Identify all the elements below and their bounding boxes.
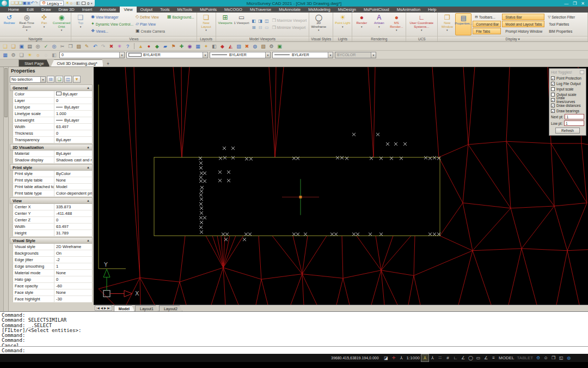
- ms-tool-icon[interactable]: ◆: [219, 43, 226, 50]
- linetype-combo[interactable]: BYLAYER▾: [210, 52, 271, 58]
- pickadd-toggle-icon[interactable]: ⊟: [47, 76, 54, 83]
- input-scale-checkbox[interactable]: Input scale: [551, 86, 584, 92]
- otrack-toggle[interactable]: ▭: [475, 354, 482, 361]
- next-tab-button[interactable]: ▶: [104, 306, 106, 310]
- bim-properties-toggle[interactable]: BIM Properties: [546, 28, 577, 34]
- tab-edit[interactable]: Edit: [23, 7, 38, 13]
- layer-thaw-icon[interactable]: ◌: [42, 51, 50, 58]
- define-view-button[interactable]: ◇Define View: [134, 14, 166, 20]
- prompt-history-toggle[interactable]: Prompt History Window: [502, 28, 544, 34]
- draw-bearings-checkbox[interactable]: Draw bearings: [551, 108, 584, 113]
- tablet-toggle[interactable]: TABLET: [516, 354, 535, 361]
- redo-icon[interactable]: ↷: [34, 1, 38, 5]
- ms-tool-icon[interactable]: ▰: [162, 43, 169, 50]
- render-button[interactable]: ●Render: [353, 13, 370, 35]
- ucs-button[interactable]: ∟User Coordinate Systems...: [407, 13, 436, 35]
- tab-help[interactable]: Help: [424, 7, 440, 13]
- copy-icon[interactable]: ❐: [67, 43, 74, 50]
- ms-tool-icon[interactable]: ▧: [260, 43, 267, 50]
- panel-box-icon[interactable]: [580, 70, 584, 74]
- pan-button[interactable]: ✜Pan: [36, 13, 52, 35]
- ucs-icon-toggle[interactable]: ⅄: [421, 354, 428, 361]
- viewport-config-icon[interactable]: ◨: [258, 18, 264, 24]
- section-header[interactable]: 3D Visualization▲: [10, 144, 93, 150]
- purge-icon[interactable]: ✳: [116, 43, 123, 50]
- tab-view[interactable]: View: [120, 7, 136, 13]
- palette-scrollbar[interactable]: [4, 67, 9, 311]
- window-switch-icon[interactable]: ❐: [550, 354, 557, 361]
- section-header[interactable]: Visual Style▲: [10, 237, 93, 244]
- tab-msannotate[interactable]: MsAnnotate: [275, 7, 304, 13]
- select-objects-icon[interactable]: ❏: [56, 76, 63, 83]
- cut-icon[interactable]: ✂: [59, 43, 66, 50]
- top-view-button[interactable]: ❑Top: [72, 13, 89, 28]
- redraw-button[interactable]: ↺Redraw: [1, 13, 17, 35]
- color-combo[interactable]: BYLAYER▾: [126, 52, 208, 58]
- views-button[interactable]: ❖Views...: [90, 28, 134, 34]
- log-file-output-checkbox[interactable]: Log File Output: [551, 81, 584, 86]
- tab-mscogo[interactable]: MsCOGO: [220, 7, 246, 13]
- grid-toggle[interactable]: #: [444, 354, 451, 361]
- ms-tool-icon[interactable]: ◍: [252, 43, 259, 50]
- properties-button[interactable]: ▤Properties...: [455, 13, 471, 35]
- artisan-button[interactable]: AArtisan: [371, 13, 387, 35]
- tool-palettes-toggle[interactable]: Tool Palettes: [546, 21, 577, 27]
- layer-on-bulb-icon[interactable]: ☀: [26, 51, 33, 58]
- redo-icon[interactable]: ↷: [100, 43, 107, 50]
- prev-tab-button[interactable]: ◀: [101, 306, 103, 310]
- new-tab-button[interactable]: +: [105, 61, 112, 67]
- match-properties-icon[interactable]: ✎: [83, 43, 90, 50]
- layer-prev-icon[interactable]: ❏: [18, 51, 25, 58]
- crosshair-target-toggle[interactable]: ✛: [390, 354, 397, 361]
- tab-msdesign[interactable]: MsDesign: [334, 7, 360, 13]
- angle-toggle[interactable]: ∠: [482, 354, 489, 361]
- viewport-config-icon[interactable]: ▭: [264, 25, 270, 31]
- section-header[interactable]: General▲: [10, 85, 93, 91]
- maximize-button[interactable]: ❐: [573, 1, 577, 6]
- tab-start-page[interactable]: Start Page: [19, 59, 50, 67]
- spell-check-icon[interactable]: ✓: [42, 43, 50, 50]
- ortho-toggle[interactable]: ∟: [452, 354, 459, 361]
- layer-freeze-sun-icon[interactable]: ☼: [69, 1, 73, 5]
- import-icon[interactable]: ❑: [19, 1, 22, 5]
- draw-distances-checkbox[interactable]: Draw distances: [551, 102, 584, 108]
- undo-icon[interactable]: ↶: [91, 43, 99, 50]
- view-manager-button[interactable]: ◉View Manager: [90, 14, 134, 20]
- chevron-down-icon[interactable]: ▾: [91, 2, 93, 5]
- dynamic-view-control-button[interactable]: ✦Dynamic View Control...: [90, 21, 134, 27]
- toolbars-toggle[interactable]: ⊟Toolbars...: [473, 14, 501, 20]
- ms-tool-icon[interactable]: ▨: [235, 43, 242, 50]
- ms-tool-icon[interactable]: ●: [145, 43, 152, 50]
- point-protection-checkbox[interactable]: Point Protection: [551, 75, 584, 81]
- last-tab-button[interactable]: ▶|: [107, 306, 111, 310]
- minimize-viewport-button[interactable]: ❒Minimize Viewport: [271, 25, 308, 31]
- drawing-canvas[interactable]: YX: [94, 67, 588, 305]
- viewport-config-icon[interactable]: ⊟: [258, 25, 264, 31]
- selection-combo[interactable]: No selection▾: [10, 76, 46, 83]
- open-icon[interactable]: ❑: [10, 43, 17, 50]
- layer-freeze-sun-icon[interactable]: ☼: [34, 51, 41, 58]
- paste-icon[interactable]: ▨: [75, 43, 82, 50]
- workspace-dropdown[interactable]: ⚙Legacy▾: [40, 1, 64, 6]
- tab-civil-3d-drawing[interactable]: Civil 3D Drawing.dwg*: [51, 59, 103, 67]
- save-icon[interactable]: ▣: [18, 43, 25, 50]
- ms-tool-icon[interactable]: ▦: [194, 43, 201, 50]
- tab-draw[interactable]: Draw: [38, 7, 55, 13]
- ms-tool-icon[interactable]: ▲: [137, 43, 144, 50]
- command-prompt[interactable]: Command:: [0, 346, 588, 354]
- layer-lock-icon[interactable]: ◧: [76, 1, 81, 5]
- ms-tool-icon[interactable]: ✦: [203, 43, 210, 50]
- create-camera-button[interactable]: ▣Create Camera: [134, 28, 166, 34]
- ms-render-button[interactable]: ●MS Render...: [388, 13, 405, 35]
- save-as-icon[interactable]: ▣: [27, 1, 31, 5]
- new-window-button[interactable]: ❐New Window: [439, 13, 455, 35]
- tab-annotate[interactable]: Annotate: [96, 7, 120, 13]
- background-button[interactable]: ▦Background...: [166, 14, 195, 20]
- axis-tripod-toggle-2[interactable]: ⅄: [429, 354, 436, 361]
- layer-lock-icon[interactable]: ◧: [51, 51, 58, 58]
- snap-marker-toggle[interactable]: ◪: [383, 354, 390, 361]
- section-header[interactable]: Print style▲: [10, 164, 93, 171]
- printstyle-combo[interactable]: BYCOLOR▾: [335, 52, 376, 58]
- draw-lines-curves-checkbox[interactable]: Draw lines/curves: [551, 97, 584, 102]
- model-tab[interactable]: Model: [114, 305, 134, 311]
